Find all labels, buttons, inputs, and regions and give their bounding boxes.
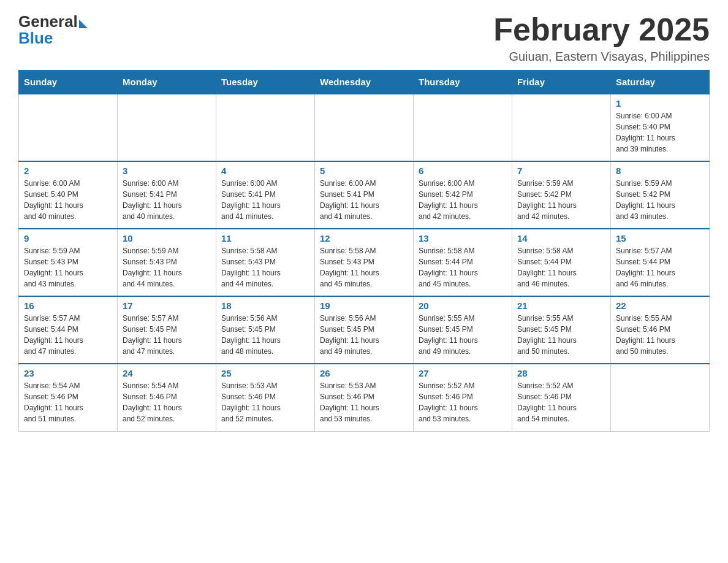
- calendar-week-row: 1Sunrise: 6:00 AM Sunset: 5:40 PM Daylig…: [19, 94, 710, 161]
- day-number: 18: [221, 301, 309, 311]
- calendar-cell: 1Sunrise: 6:00 AM Sunset: 5:40 PM Daylig…: [611, 94, 710, 161]
- day-info: Sunrise: 5:52 AM Sunset: 5:46 PM Dayligh…: [517, 380, 605, 424]
- calendar-cell: [611, 364, 710, 431]
- day-number: 2: [24, 166, 112, 176]
- weekday-header-wednesday: Wednesday: [315, 71, 414, 94]
- calendar-week-row: 16Sunrise: 5:57 AM Sunset: 5:44 PM Dayli…: [19, 296, 710, 364]
- calendar-cell: [118, 94, 216, 161]
- logo-arrow-icon: [79, 20, 88, 28]
- calendar-week-row: 9Sunrise: 5:59 AM Sunset: 5:43 PM Daylig…: [19, 229, 710, 296]
- calendar-cell: 14Sunrise: 5:58 AM Sunset: 5:44 PM Dayli…: [512, 229, 611, 296]
- day-info: Sunrise: 5:59 AM Sunset: 5:42 PM Dayligh…: [517, 178, 605, 222]
- day-number: 26: [320, 368, 408, 378]
- calendar-cell: 15Sunrise: 5:57 AM Sunset: 5:44 PM Dayli…: [611, 229, 710, 296]
- day-number: 24: [123, 368, 211, 378]
- day-number: 28: [517, 368, 605, 378]
- day-info: Sunrise: 6:00 AM Sunset: 5:41 PM Dayligh…: [320, 178, 408, 222]
- day-info: Sunrise: 5:58 AM Sunset: 5:43 PM Dayligh…: [320, 245, 408, 289]
- day-info: Sunrise: 5:53 AM Sunset: 5:46 PM Dayligh…: [221, 380, 309, 424]
- calendar-cell: 6Sunrise: 6:00 AM Sunset: 5:42 PM Daylig…: [414, 161, 512, 229]
- day-number: 21: [517, 301, 605, 311]
- weekday-header-row: SundayMondayTuesdayWednesdayThursdayFrid…: [19, 71, 710, 94]
- calendar-week-row: 2Sunrise: 6:00 AM Sunset: 5:40 PM Daylig…: [19, 161, 710, 229]
- day-info: Sunrise: 5:59 AM Sunset: 5:42 PM Dayligh…: [616, 178, 704, 222]
- day-info: Sunrise: 5:56 AM Sunset: 5:45 PM Dayligh…: [221, 313, 309, 357]
- day-info: Sunrise: 5:59 AM Sunset: 5:43 PM Dayligh…: [24, 245, 112, 289]
- day-info: Sunrise: 5:57 AM Sunset: 5:44 PM Dayligh…: [24, 313, 112, 357]
- day-info: Sunrise: 5:56 AM Sunset: 5:45 PM Dayligh…: [320, 313, 408, 357]
- calendar-cell: 22Sunrise: 5:55 AM Sunset: 5:46 PM Dayli…: [611, 296, 710, 364]
- weekday-header-monday: Monday: [118, 71, 216, 94]
- day-number: 8: [616, 166, 704, 176]
- calendar-cell: [19, 94, 118, 161]
- calendar-table: SundayMondayTuesdayWednesdayThursdayFrid…: [18, 70, 710, 432]
- calendar-cell: 7Sunrise: 5:59 AM Sunset: 5:42 PM Daylig…: [512, 161, 611, 229]
- weekday-header-sunday: Sunday: [19, 71, 118, 94]
- weekday-header-tuesday: Tuesday: [216, 71, 315, 94]
- day-info: Sunrise: 6:00 AM Sunset: 5:40 PM Dayligh…: [616, 110, 704, 155]
- day-info: Sunrise: 5:57 AM Sunset: 5:45 PM Dayligh…: [123, 313, 211, 357]
- calendar-cell: 24Sunrise: 5:54 AM Sunset: 5:46 PM Dayli…: [118, 364, 216, 431]
- calendar-cell: 17Sunrise: 5:57 AM Sunset: 5:45 PM Dayli…: [118, 296, 216, 364]
- day-info: Sunrise: 5:58 AM Sunset: 5:43 PM Dayligh…: [221, 245, 309, 289]
- calendar-cell: 25Sunrise: 5:53 AM Sunset: 5:46 PM Dayli…: [216, 364, 315, 431]
- calendar-cell: 13Sunrise: 5:58 AM Sunset: 5:44 PM Dayli…: [414, 229, 512, 296]
- logo-blue-text: Blue: [18, 29, 53, 48]
- day-number: 13: [419, 233, 507, 243]
- calendar-cell: 28Sunrise: 5:52 AM Sunset: 5:46 PM Dayli…: [512, 364, 611, 431]
- calendar-cell: 23Sunrise: 5:54 AM Sunset: 5:46 PM Dayli…: [19, 364, 118, 431]
- calendar-cell: 4Sunrise: 6:00 AM Sunset: 5:41 PM Daylig…: [216, 161, 315, 229]
- calendar-cell: 10Sunrise: 5:59 AM Sunset: 5:43 PM Dayli…: [118, 229, 216, 296]
- day-info: Sunrise: 6:00 AM Sunset: 5:41 PM Dayligh…: [221, 178, 309, 222]
- day-info: Sunrise: 5:55 AM Sunset: 5:45 PM Dayligh…: [419, 313, 507, 357]
- day-number: 25: [221, 368, 309, 378]
- calendar-cell: [216, 94, 315, 161]
- calendar-cell: 3Sunrise: 6:00 AM Sunset: 5:41 PM Daylig…: [118, 161, 216, 229]
- day-info: Sunrise: 6:00 AM Sunset: 5:40 PM Dayligh…: [24, 178, 112, 222]
- weekday-header-friday: Friday: [512, 71, 611, 94]
- calendar-cell: 21Sunrise: 5:55 AM Sunset: 5:45 PM Dayli…: [512, 296, 611, 364]
- calendar-cell: 2Sunrise: 6:00 AM Sunset: 5:40 PM Daylig…: [19, 161, 118, 229]
- day-info: Sunrise: 5:53 AM Sunset: 5:46 PM Dayligh…: [320, 380, 408, 424]
- day-info: Sunrise: 5:54 AM Sunset: 5:46 PM Dayligh…: [24, 380, 112, 424]
- day-info: Sunrise: 6:00 AM Sunset: 5:42 PM Dayligh…: [419, 178, 507, 222]
- day-info: Sunrise: 5:57 AM Sunset: 5:44 PM Dayligh…: [616, 245, 704, 289]
- calendar-cell: 18Sunrise: 5:56 AM Sunset: 5:45 PM Dayli…: [216, 296, 315, 364]
- calendar-body: 1Sunrise: 6:00 AM Sunset: 5:40 PM Daylig…: [19, 94, 710, 431]
- weekday-header-thursday: Thursday: [414, 71, 512, 94]
- calendar-cell: [512, 94, 611, 161]
- calendar-cell: 26Sunrise: 5:53 AM Sunset: 5:46 PM Dayli…: [315, 364, 414, 431]
- day-number: 22: [616, 301, 704, 311]
- logo: General Blue: [18, 12, 88, 48]
- calendar-cell: 27Sunrise: 5:52 AM Sunset: 5:46 PM Dayli…: [414, 364, 512, 431]
- calendar-cell: 12Sunrise: 5:58 AM Sunset: 5:43 PM Dayli…: [315, 229, 414, 296]
- location-subtitle: Guiuan, Eastern Visayas, Philippines: [493, 50, 710, 64]
- day-info: Sunrise: 5:52 AM Sunset: 5:46 PM Dayligh…: [419, 380, 507, 424]
- page-header: General Blue February 2025 Guiuan, Easte…: [18, 12, 710, 64]
- day-number: 7: [517, 166, 605, 176]
- day-number: 1: [616, 98, 704, 109]
- day-number: 20: [419, 301, 507, 311]
- day-number: 5: [320, 166, 408, 176]
- day-number: 12: [320, 233, 408, 243]
- day-number: 14: [517, 233, 605, 243]
- day-number: 10: [123, 233, 211, 243]
- calendar-cell: 19Sunrise: 5:56 AM Sunset: 5:45 PM Dayli…: [315, 296, 414, 364]
- day-number: 17: [123, 301, 211, 311]
- day-number: 27: [419, 368, 507, 378]
- weekday-header-saturday: Saturday: [611, 71, 710, 94]
- calendar-header: SundayMondayTuesdayWednesdayThursdayFrid…: [19, 71, 710, 94]
- day-info: Sunrise: 5:55 AM Sunset: 5:45 PM Dayligh…: [517, 313, 605, 357]
- day-number: 23: [24, 368, 112, 378]
- day-info: Sunrise: 5:58 AM Sunset: 5:44 PM Dayligh…: [419, 245, 507, 289]
- calendar-week-row: 23Sunrise: 5:54 AM Sunset: 5:46 PM Dayli…: [19, 364, 710, 431]
- calendar-cell: 16Sunrise: 5:57 AM Sunset: 5:44 PM Dayli…: [19, 296, 118, 364]
- calendar-cell: 9Sunrise: 5:59 AM Sunset: 5:43 PM Daylig…: [19, 229, 118, 296]
- day-number: 4: [221, 166, 309, 176]
- day-info: Sunrise: 5:54 AM Sunset: 5:46 PM Dayligh…: [123, 380, 211, 424]
- title-section: February 2025 Guiuan, Eastern Visayas, P…: [493, 12, 710, 64]
- calendar-cell: [315, 94, 414, 161]
- calendar-cell: 5Sunrise: 6:00 AM Sunset: 5:41 PM Daylig…: [315, 161, 414, 229]
- day-number: 19: [320, 301, 408, 311]
- day-number: 15: [616, 233, 704, 243]
